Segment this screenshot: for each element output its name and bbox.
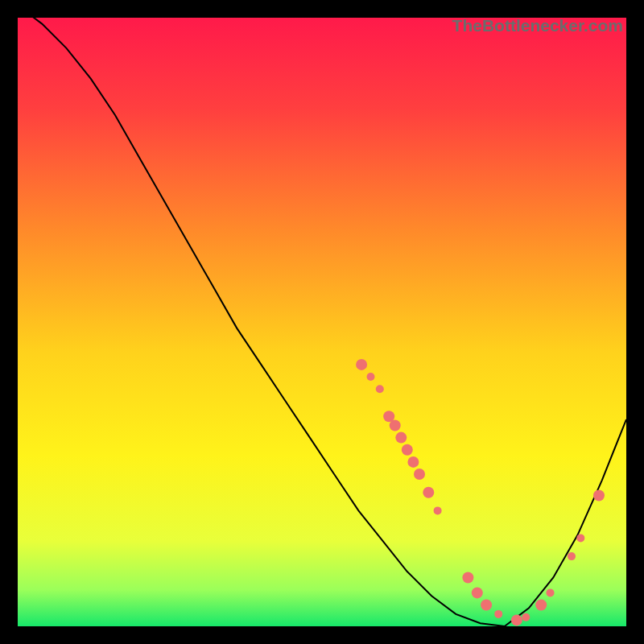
curve-dot <box>568 552 576 560</box>
curve-dot <box>576 534 584 542</box>
plot-background <box>18 18 626 626</box>
curve-dot <box>402 444 413 456</box>
curve-dot <box>535 600 547 611</box>
curve-dot <box>356 359 367 370</box>
curve-dot <box>434 506 442 514</box>
curve-dot <box>462 572 473 584</box>
curve-dot <box>414 469 425 480</box>
curve-dot <box>494 610 502 618</box>
curve-dot <box>423 487 434 498</box>
attribution-text: TheBottlenecker.com <box>452 16 623 35</box>
curve-dot <box>407 456 419 468</box>
curve-dot <box>367 373 375 381</box>
curve-dot <box>390 420 401 431</box>
chart-container: TheBottlenecker.com <box>18 18 626 626</box>
curve-dot <box>472 587 483 598</box>
curve-dot <box>481 600 492 611</box>
curve-dot <box>395 432 407 444</box>
curve-dot <box>522 613 530 621</box>
curve-dot <box>376 385 384 393</box>
curve-dot <box>593 490 605 502</box>
curve-dot <box>547 588 555 597</box>
curve-dot <box>511 614 522 625</box>
bottleneck-plot <box>18 18 626 626</box>
